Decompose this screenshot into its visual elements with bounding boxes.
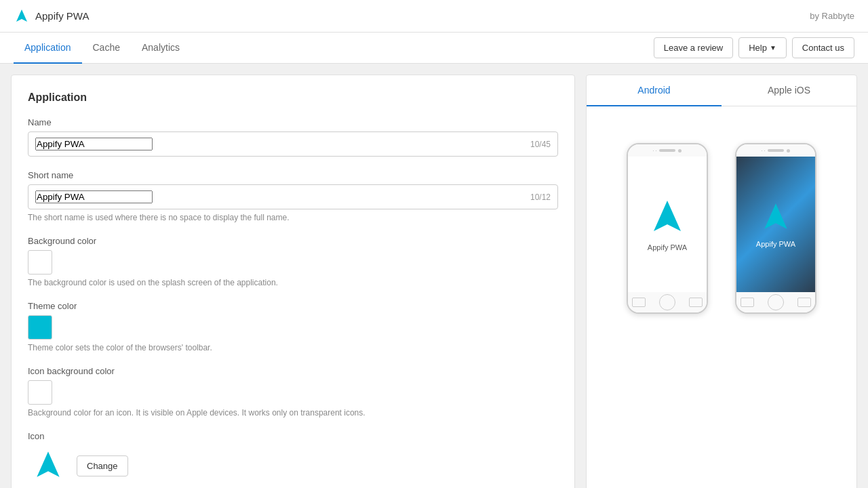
contact-us-button[interactable]: Contact us xyxy=(792,37,854,58)
ios-back-btn xyxy=(741,298,754,307)
android-menu-btn xyxy=(689,298,703,307)
application-panel: Application Name 10/45 Short name 10/12 … xyxy=(11,75,575,488)
background-color-group: Background color The background color is… xyxy=(28,236,558,287)
icon-background-color-swatch[interactable] xyxy=(28,380,52,405)
icon-row: Change xyxy=(28,445,558,486)
name-input[interactable] xyxy=(35,138,153,150)
app-logo xyxy=(14,8,30,24)
background-color-hint: The background color is used on the spla… xyxy=(28,278,558,287)
help-button[interactable]: Help ▼ xyxy=(738,37,787,58)
header: Appify PWA by Rabbyte xyxy=(0,0,868,33)
short-name-field-group: Short name 10/12 The short name is used … xyxy=(28,170,558,222)
android-phone-mockup: · · Appify PWA xyxy=(623,143,711,314)
android-camera xyxy=(678,149,682,152)
header-right: by Rabbyte xyxy=(810,11,854,21)
android-screen: Appify PWA xyxy=(628,157,707,292)
android-home-btn xyxy=(659,294,675,310)
panel-title: Application xyxy=(28,92,558,104)
nav-analytics[interactable]: Analytics xyxy=(131,33,191,64)
android-phone-frame: · · Appify PWA xyxy=(627,143,708,314)
name-input-wrapper: 10/45 xyxy=(28,131,558,157)
icon-background-color-hint: Background color for an icon. It is visi… xyxy=(28,408,558,418)
ios-menu-btn xyxy=(797,298,811,307)
ios-phone-mockup: · · Appify PWA xyxy=(732,143,820,314)
android-phone-bottom xyxy=(628,292,707,312)
tab-android[interactable]: Android xyxy=(587,75,722,106)
ios-dots: · · xyxy=(762,148,766,153)
ios-home-btn xyxy=(768,294,784,310)
name-label: Name xyxy=(28,117,558,127)
name-field-group: Name 10/45 xyxy=(28,117,558,157)
ios-app-name: Appify PWA xyxy=(756,240,795,248)
svg-marker-1 xyxy=(37,451,59,477)
preview-tabs: Android Apple iOS xyxy=(587,75,856,106)
nav-application[interactable]: Application xyxy=(14,33,82,64)
icon-label: Icon xyxy=(28,431,558,441)
leave-review-button[interactable]: Leave a review xyxy=(654,37,733,58)
main-content: Application Name 10/45 Short name 10/12 … xyxy=(0,64,868,488)
short-name-label: Short name xyxy=(28,170,558,180)
ios-speaker xyxy=(768,149,784,152)
short-name-count: 10/12 xyxy=(530,192,551,202)
change-icon-button[interactable]: Change xyxy=(77,455,128,476)
icon-preview xyxy=(28,445,68,486)
name-count: 10/45 xyxy=(530,140,551,149)
svg-marker-3 xyxy=(764,203,787,229)
header-left: Appify PWA xyxy=(14,8,89,24)
nav-buttons: Leave a review Help ▼ Contact us xyxy=(654,37,854,58)
background-color-label: Background color xyxy=(28,236,558,246)
theme-color-swatch[interactable] xyxy=(28,315,52,340)
ios-phone-frame: · · Appify PWA xyxy=(735,143,816,314)
android-back-btn xyxy=(632,298,646,307)
background-color-swatch[interactable] xyxy=(28,250,52,274)
android-speaker xyxy=(659,149,675,152)
theme-color-group: Theme color Theme color sets the color o… xyxy=(28,301,558,352)
theme-color-hint: Theme color sets the color of the browse… xyxy=(28,343,558,352)
icon-background-color-label: Icon background color xyxy=(28,366,558,376)
icon-background-color-group: Icon background color Background color f… xyxy=(28,366,558,418)
app-title: Appify PWA xyxy=(35,10,89,22)
preview-panel: Android Apple iOS · · Appify PWA xyxy=(586,75,857,488)
help-label: Help xyxy=(749,43,767,53)
help-dropdown-icon: ▼ xyxy=(770,44,776,52)
android-app-name: Appify PWA xyxy=(648,243,687,251)
ios-phone-top: · · xyxy=(736,144,815,157)
ios-app-icon xyxy=(759,201,793,235)
icon-group: Icon Change xyxy=(28,431,558,486)
android-dots: · · xyxy=(653,148,657,153)
ios-phone-bottom xyxy=(736,292,815,312)
header-by: by Rabbyte xyxy=(810,11,854,21)
svg-marker-2 xyxy=(654,201,681,231)
theme-color-label: Theme color xyxy=(28,301,558,311)
short-name-hint: The short name is used where there is no… xyxy=(28,213,558,222)
nav-bar: Application Cache Analytics Leave a revi… xyxy=(0,33,868,64)
short-name-input[interactable] xyxy=(35,190,153,203)
android-app-icon xyxy=(647,197,688,238)
preview-area: · · Appify PWA xyxy=(587,106,856,350)
short-name-input-wrapper: 10/12 xyxy=(28,184,558,209)
nav-cache[interactable]: Cache xyxy=(82,33,131,64)
tab-ios[interactable]: Apple iOS xyxy=(722,75,856,106)
svg-marker-0 xyxy=(16,9,27,22)
android-phone-top: · · xyxy=(628,144,707,157)
icon-image xyxy=(31,449,65,483)
ios-screen: Appify PWA xyxy=(736,157,815,292)
ios-camera xyxy=(787,149,790,152)
